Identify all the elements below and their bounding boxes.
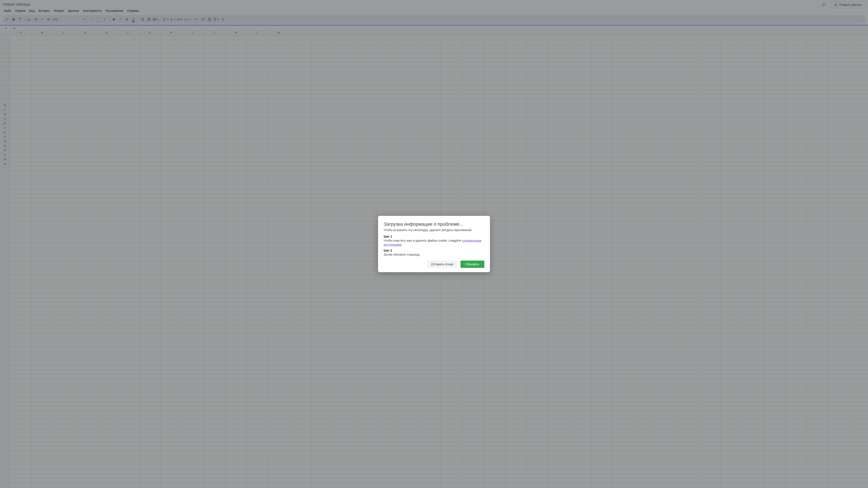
step1-heading: Шаг 1 [383,235,485,238]
refresh-button[interactable]: Обновить [461,261,485,268]
step2-heading: Шаг 2 [383,249,485,252]
dialog-title: Загрузка информации о проблеме... [383,221,485,227]
step2-text: Затем обновите страницу. [383,253,485,257]
modal-overlay: Загрузка информации о проблеме... Чтобы … [0,0,868,488]
feedback-button[interactable]: Оставить отзыв [427,261,457,268]
error-dialog: Загрузка информации о проблеме... Чтобы … [378,216,490,272]
dialog-subtitle: Чтобы устранить эту неполадку, удалите р… [383,228,485,232]
step1-text: Чтобы очистить кеш и удалить файлы cooki… [383,239,485,247]
